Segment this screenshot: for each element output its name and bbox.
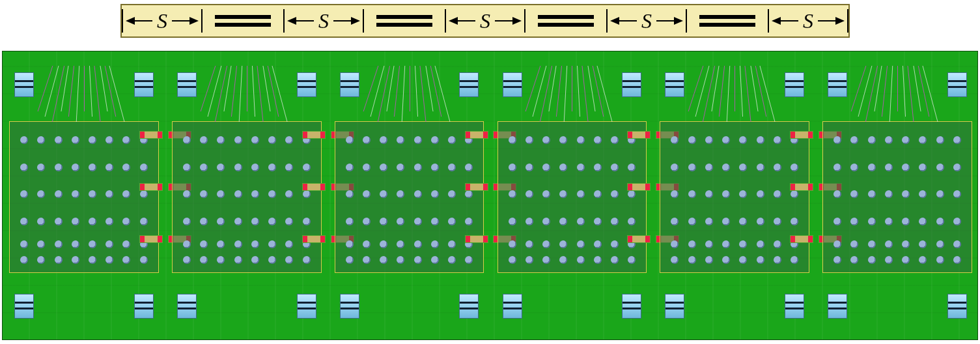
via: [671, 218, 679, 225]
via: [868, 240, 876, 248]
via: [55, 190, 63, 198]
via: [285, 190, 293, 198]
via: [953, 240, 961, 248]
via: [688, 256, 696, 264]
via: [885, 136, 893, 144]
via: [285, 240, 293, 248]
via: [671, 164, 679, 171]
resistor-smd: [465, 131, 488, 139]
via: [688, 190, 696, 198]
spacing-cell-3: S: [445, 5, 525, 36]
smd-pad: [134, 294, 154, 319]
via: [833, 164, 841, 171]
via: [448, 164, 456, 171]
via: [509, 190, 516, 198]
via: [577, 136, 585, 144]
spacing-symbol: S: [156, 9, 169, 33]
via: [791, 256, 798, 264]
via: [902, 164, 910, 171]
via: [303, 190, 311, 198]
via: [363, 218, 371, 225]
smd-pad: [947, 294, 967, 319]
via: [465, 190, 473, 198]
via: [936, 218, 944, 225]
via: [346, 136, 354, 144]
via: [448, 256, 456, 264]
via: [397, 136, 404, 144]
via: [37, 136, 45, 144]
via: [89, 136, 96, 144]
via: [739, 136, 747, 144]
via: [791, 164, 798, 171]
via: [542, 164, 550, 171]
via: [183, 164, 191, 171]
via: [72, 164, 79, 171]
via: [363, 256, 371, 264]
smd-pad: [177, 294, 197, 319]
via: [628, 190, 636, 198]
via: [363, 136, 371, 144]
via: [902, 240, 910, 248]
via: [217, 256, 225, 264]
via: [611, 218, 619, 225]
via: [414, 218, 422, 225]
via: [833, 240, 841, 248]
via: [671, 240, 679, 248]
via: [868, 256, 876, 264]
via: [722, 190, 730, 198]
via: [234, 164, 242, 171]
via: [628, 256, 636, 264]
via: [919, 218, 927, 225]
via: [431, 256, 439, 264]
via: [594, 240, 602, 248]
smd-pad: [459, 294, 479, 319]
via: [953, 190, 961, 198]
smd-pad: [14, 72, 34, 97]
via: [217, 218, 225, 225]
via: [72, 136, 79, 144]
resistor-smd: [302, 183, 326, 191]
via: [89, 256, 96, 264]
spacing-cell-5: S: [768, 5, 848, 36]
smd-pad: [340, 72, 359, 97]
via: [953, 136, 961, 144]
via: [20, 136, 28, 144]
via: [868, 190, 876, 198]
via: [594, 190, 602, 198]
via: [774, 256, 781, 264]
via: [833, 218, 841, 225]
via: [285, 164, 293, 171]
via: [525, 136, 533, 144]
via: [200, 190, 208, 198]
via: [268, 218, 276, 225]
via: [251, 256, 259, 264]
via: [251, 136, 259, 144]
via: [953, 218, 961, 225]
via: [509, 256, 516, 264]
via: [183, 136, 191, 144]
via: [885, 164, 893, 171]
via: [431, 240, 439, 248]
via: [688, 218, 696, 225]
via: [72, 190, 79, 198]
via: [953, 164, 961, 171]
via: [105, 190, 113, 198]
via: [234, 218, 242, 225]
via: [217, 240, 225, 248]
via: [919, 190, 927, 198]
via: [919, 136, 927, 144]
via: [542, 190, 550, 198]
via: [936, 190, 944, 198]
via: [380, 240, 387, 248]
via: [774, 190, 781, 198]
via: [688, 240, 696, 248]
via: [739, 256, 747, 264]
via: [217, 164, 225, 171]
via: [628, 164, 636, 171]
via: [122, 218, 130, 225]
smd-pad: [622, 72, 641, 97]
via: [833, 256, 841, 264]
via: [509, 136, 516, 144]
resistor-smd: [790, 235, 813, 243]
via: [380, 190, 387, 198]
